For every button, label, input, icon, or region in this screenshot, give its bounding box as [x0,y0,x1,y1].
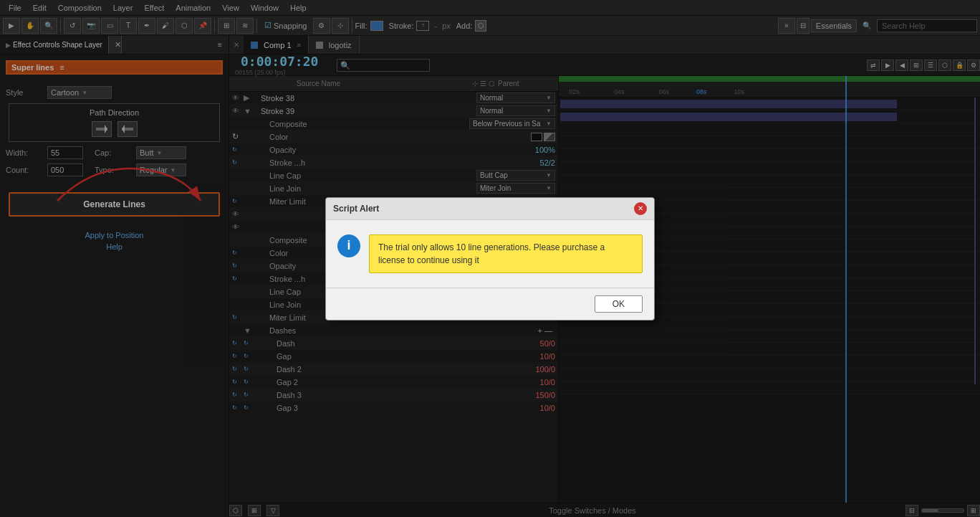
script-alert-dialog: Script Alert ✕ i The trial only allows 1… [325,197,655,321]
dialog-close-button[interactable]: ✕ [634,202,647,215]
dialog-body: i The trial only allows 10 line generati… [326,220,654,288]
dialog-info-icon: i [337,234,360,257]
dialog-titlebar: Script Alert ✕ [326,198,654,220]
dialog-footer: OK [326,288,654,320]
dialog-overlay: Script Alert ✕ i The trial only allows 1… [0,0,980,517]
dialog-message: The trial only allows 10 line generation… [369,234,643,273]
dialog-ok-button[interactable]: OK [595,295,643,313]
dialog-title: Script Alert [333,204,379,214]
